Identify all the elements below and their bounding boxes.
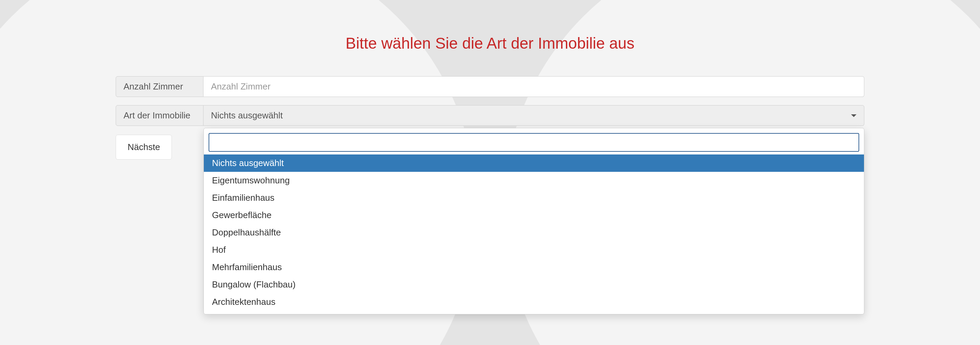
dropdown-list: Nichts ausgewählt Eigentumswohnung Einfa… <box>208 154 859 311</box>
property-type-dropdown-wrapper: Nichts ausgewählt Nichts ausgewählt Eige… <box>204 105 864 126</box>
select-property-type-value: Nichts ausgewählt <box>211 110 283 121</box>
caret-down-icon <box>851 114 856 117</box>
label-property-type: Art der Immobilie <box>116 105 204 126</box>
dropdown-option[interactable]: Einfamilienhaus <box>204 189 864 207</box>
dropdown-search-input[interactable] <box>208 133 859 152</box>
dropdown-option[interactable]: Nichts ausgewählt <box>204 154 864 172</box>
dropdown-option[interactable]: Gewerbefläche <box>204 207 864 224</box>
dropdown-option[interactable]: Bungalow (Flachbau) <box>204 276 864 293</box>
label-rooms: Anzahl Zimmer <box>116 76 204 97</box>
dropdown-option[interactable]: Eigentumswohnung <box>204 172 864 189</box>
dropdown-panel: Nichts ausgewählt Eigentumswohnung Einfa… <box>204 128 864 314</box>
dropdown-option[interactable]: Mehrfamilienhaus <box>204 259 864 276</box>
select-property-type[interactable]: Nichts ausgewählt <box>204 105 864 126</box>
form-container: Bitte wählen Sie die Art der Immobilie a… <box>102 0 878 160</box>
row-rooms: Anzahl Zimmer <box>116 76 864 97</box>
dropdown-option[interactable]: Architektenhaus <box>204 293 864 311</box>
next-button[interactable]: Nächste <box>116 135 172 160</box>
input-rooms[interactable] <box>204 76 864 97</box>
page-title: Bitte wählen Sie die Art der Immobilie a… <box>116 34 864 52</box>
dropdown-option[interactable]: Doppelhaushälfte <box>204 224 864 241</box>
row-property-type: Art der Immobilie Nichts ausgewählt Nich… <box>116 105 864 126</box>
dropdown-option[interactable]: Hof <box>204 241 864 259</box>
